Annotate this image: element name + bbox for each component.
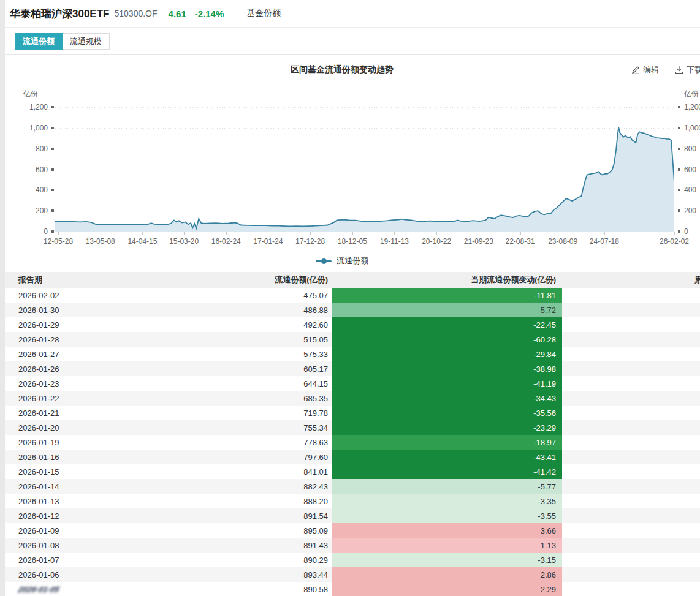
change-cell: -3.55 xyxy=(332,508,562,523)
edit-button[interactable]: 编辑 xyxy=(631,64,659,75)
table-row: 2026-01-13888.20-3.35 xyxy=(5,494,700,508)
cumulative-cell xyxy=(562,420,700,435)
change-cell: 2.86 xyxy=(332,567,562,582)
tab-circulating-shares[interactable]: 流通份额 xyxy=(15,33,63,50)
y-tick-label-right: 1,000 xyxy=(684,124,700,132)
fund-price: 4.61 xyxy=(169,9,186,19)
change-cell: -60.28 xyxy=(332,332,562,347)
shares-cell: 644.15 xyxy=(164,376,332,391)
table-row: 2026-01-05890.582.29 xyxy=(5,582,700,596)
change-cell: -3.15 xyxy=(332,553,562,567)
y-axis-unit-right: 亿份 xyxy=(684,89,699,99)
shares-cell: 893.44 xyxy=(164,567,332,582)
report-date-cell: 2026-01-12 xyxy=(5,508,164,523)
chart-title: 区间基金流通份额变动趋势 xyxy=(5,64,679,75)
cumulative-cell xyxy=(562,464,700,479)
x-tick-label: 15-03-20 xyxy=(169,237,199,246)
pencil-icon xyxy=(631,66,640,74)
cumulative-cell xyxy=(562,435,700,450)
y-tick-label-left: 1,000 xyxy=(16,124,48,132)
x-tick-label: 14-04-15 xyxy=(127,237,157,246)
obscured-date: 2026-01-05 xyxy=(17,585,60,594)
axis-tick-square xyxy=(678,209,680,212)
report-date-cell: 2026-01-29 xyxy=(5,317,164,332)
share-trend-chart[interactable] xyxy=(55,107,674,232)
tab-circulating-scale[interactable]: 流通规模 xyxy=(63,33,110,50)
shares-cell: 778.63 xyxy=(164,435,332,450)
shares-table: 报告期 流通份额(亿份) 当期流通份额变动(亿份) 累 2026-02-0247… xyxy=(5,272,700,596)
report-date-cell: 2026-01-28 xyxy=(5,332,164,347)
x-tick-label: 17-12-28 xyxy=(295,237,325,246)
download-button[interactable]: 下载 xyxy=(675,64,700,75)
change-cell: -23.29 xyxy=(332,420,562,435)
y-tick-label-left: 800 xyxy=(16,145,48,153)
report-date-cell: 2026-01-05 xyxy=(5,582,164,596)
report-date-cell: 2026-01-27 xyxy=(5,347,164,361)
fund-name: 华泰柏瑞沪深300ETF xyxy=(10,7,109,21)
download-button-label: 下载 xyxy=(687,64,700,75)
table-row: 2026-01-23644.15-41.19 xyxy=(5,376,700,391)
change-cell: -5.72 xyxy=(332,303,562,317)
x-axis-tick xyxy=(226,232,227,235)
x-tick-label: 17-01-24 xyxy=(253,237,283,246)
shares-cell: 475.07 xyxy=(164,288,332,303)
download-icon xyxy=(675,66,683,74)
shares-cell: 486.88 xyxy=(164,303,332,317)
change-cell: -11.81 xyxy=(332,288,562,303)
legend-dot-marker xyxy=(321,258,327,264)
report-date-cell: 2026-01-19 xyxy=(5,435,164,450)
y-tick-label-right: 200 xyxy=(684,206,696,215)
change-cell: -29.84 xyxy=(332,347,562,361)
cumulative-cell xyxy=(562,391,700,406)
cumulative-cell xyxy=(562,450,700,464)
col-header-change: 当期流通份额变动(亿份) xyxy=(332,272,562,288)
table-row: 2026-01-08891.431.13 xyxy=(5,538,700,553)
x-axis-tick xyxy=(479,232,479,235)
x-axis-tick xyxy=(268,232,268,235)
report-date-cell: 2026-01-14 xyxy=(5,479,164,494)
table-row: 2026-01-29492.60-22.45 xyxy=(5,317,700,332)
x-tick-label: 18-12-05 xyxy=(338,237,367,246)
x-axis-tick xyxy=(604,232,605,235)
edit-button-label: 编辑 xyxy=(643,64,659,75)
legend-label: 流通份额 xyxy=(337,255,368,266)
page: 华泰柏瑞沪深300ETF 510300.OF 4.61 -2.14% 基金份额 … xyxy=(0,0,700,596)
y-axis-unit-left: 亿份 xyxy=(23,89,38,99)
table-row: 2026-01-20755.34-23.29 xyxy=(5,420,700,435)
table-row: 2026-01-07890.29-3.15 xyxy=(5,553,700,567)
shares-cell: 755.34 xyxy=(164,420,332,435)
fund-change-percent: -2.14% xyxy=(195,9,224,19)
change-cell: -35.56 xyxy=(332,406,562,420)
axis-tick-square xyxy=(678,148,680,150)
x-axis-line xyxy=(55,232,675,235)
change-cell: 3.66 xyxy=(332,523,562,538)
cumulative-cell xyxy=(562,582,700,596)
chart-section: 区间基金流通份额变动趋势 编辑 下载 亿份 亿份 1,2001,00080060 xyxy=(5,55,700,272)
shares-cell: 890.29 xyxy=(164,553,332,567)
change-cell: 1.13 xyxy=(332,538,562,553)
axis-tick-square xyxy=(51,127,54,129)
x-axis-tick xyxy=(184,232,185,235)
y-tick-label-right: 1,200 xyxy=(684,103,700,111)
legend-line-marker xyxy=(316,260,332,262)
table-row: 2026-01-28515.05-60.28 xyxy=(5,332,700,347)
x-tick-label: 24-07-18 xyxy=(590,237,619,246)
cumulative-cell xyxy=(562,494,700,508)
axis-tick-square xyxy=(678,230,680,233)
change-cell: -22.45 xyxy=(332,317,562,332)
table-row: 2026-01-19778.63-18.97 xyxy=(5,435,700,450)
change-cell: -34.43 xyxy=(332,391,562,406)
header-divider xyxy=(235,9,235,18)
report-date-cell: 2026-01-15 xyxy=(5,464,164,479)
legend-circulating-shares[interactable]: 流通份额 xyxy=(5,255,679,266)
axis-tick-square xyxy=(678,168,680,171)
x-axis-tick xyxy=(58,232,59,235)
change-cell: -43.41 xyxy=(332,450,562,464)
cumulative-cell xyxy=(562,538,700,553)
shares-cell: 888.20 xyxy=(164,494,332,508)
nav-item-fund-shares[interactable]: 基金份额 xyxy=(246,8,281,19)
y-tick-label-right: 400 xyxy=(684,186,696,194)
cumulative-cell xyxy=(562,479,700,494)
report-date-cell: 2026-01-26 xyxy=(5,361,164,376)
report-date-cell: 2026-01-30 xyxy=(5,303,164,317)
